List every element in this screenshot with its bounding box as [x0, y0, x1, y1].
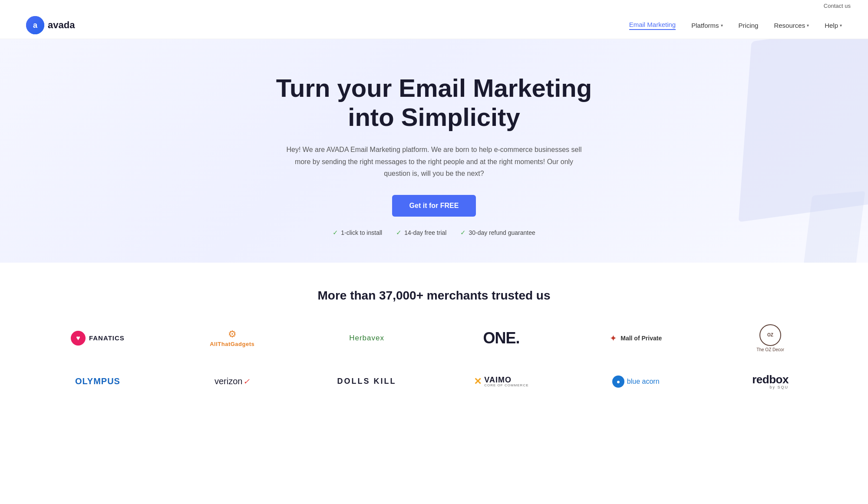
redbox-sub-label: by SQU: [752, 385, 789, 389]
brand-herbavex: Herbavex: [337, 334, 397, 343]
blueacorn-dot-icon: ●: [612, 376, 624, 388]
vaimo-sub-label: CORE OF COMMERCE: [484, 384, 528, 387]
atg-label: AllThatGadgets: [210, 341, 254, 347]
logo-text: avada: [48, 20, 75, 31]
merchants-section: More than 37,000+ merchants trusted us ♥…: [0, 263, 868, 428]
trust-badge-install: ✓ 1-click to install: [333, 229, 382, 237]
header: a avada Email Marketing Platforms ▾ Pric…: [0, 12, 868, 39]
check-icon-refund: ✓: [460, 229, 466, 237]
brand-allthatgadgets: ⚙ AllThatGadgets: [202, 329, 263, 347]
brand-one: ONE.: [471, 329, 531, 347]
merchants-title: More than 37,000+ merchants trusted us: [35, 289, 833, 303]
olympus-label: OLYMPUS: [75, 376, 120, 386]
verizon-label: verizon: [215, 376, 242, 386]
resources-chevron: ▾: [807, 23, 809, 28]
contact-us-link[interactable]: Contact us: [824, 3, 851, 9]
oz-label: The OZ Decor: [756, 347, 784, 352]
herbavex-label: Herbavex: [349, 334, 384, 343]
vaimo-x-icon: ✕: [474, 376, 482, 387]
verizon-check-icon: ✓: [243, 377, 250, 386]
blueacorn-label: blue acorn: [627, 378, 660, 385]
hero-subtitle: Hey! We are AVADA Email Marketing platfo…: [287, 144, 582, 179]
hero-title: Turn your Email Marketing into Simplicit…: [256, 74, 612, 132]
mop-label: Mall of Private: [620, 335, 662, 342]
nav-pricing[interactable]: Pricing: [739, 22, 759, 29]
nav-help[interactable]: Help ▾: [825, 22, 842, 29]
nav-platforms[interactable]: Platforms ▾: [691, 22, 723, 29]
trust-badges: ✓ 1-click to install ✓ 14-day free trial…: [17, 229, 851, 237]
mop-icon: ✦: [610, 333, 617, 343]
nav-email-marketing[interactable]: Email Marketing: [629, 21, 676, 30]
fanatics-label: FANATICS: [89, 334, 125, 342]
check-icon-install: ✓: [333, 229, 338, 237]
vaimo-label: VAIMO: [484, 376, 528, 384]
one-label: ONE.: [483, 329, 519, 347]
logo-icon: a: [26, 16, 44, 34]
brand-blueacorn: ● blue acorn: [605, 376, 666, 388]
trust-badge-refund: ✓ 30-day refund guarantee: [460, 229, 535, 237]
dolls-label: DOLLS KILL: [337, 377, 396, 386]
oz-circle-icon: OZ: [759, 324, 781, 346]
main-nav: Email Marketing Platforms ▾ Pricing Reso…: [629, 21, 842, 30]
brand-verizon: verizon ✓: [202, 376, 263, 386]
brand-logo-row-1: ♥ FANATICS ⚙ AllThatGadgets Herbavex ONE…: [35, 324, 833, 352]
top-bar: Contact us: [0, 0, 868, 12]
cta-button[interactable]: Get it for FREE: [392, 195, 476, 217]
brand-mall-of-private: ✦ Mall of Private: [605, 333, 666, 343]
help-chevron: ▾: [840, 23, 842, 28]
nav-resources[interactable]: Resources ▾: [774, 22, 809, 29]
platforms-chevron: ▾: [721, 23, 723, 28]
check-icon-trial: ✓: [396, 229, 402, 237]
redbox-label: redbox: [752, 374, 789, 385]
logo[interactable]: a avada: [26, 16, 75, 34]
fanatics-heart-icon: ♥: [71, 331, 86, 346]
brand-olympus: OLYMPUS: [67, 376, 128, 386]
brand-oz-decor: OZ The OZ Decor: [740, 324, 801, 352]
svg-text:a: a: [33, 21, 38, 30]
hero-section: Turn your Email Marketing into Simplicit…: [0, 39, 868, 263]
brand-redbox: redbox by SQU: [740, 374, 801, 389]
brand-logo-row-2: OLYMPUS verizon ✓ DOLLS KILL ✕ VAIMO COR…: [35, 374, 833, 389]
brand-fanatics: ♥ FANATICS: [67, 331, 128, 346]
trust-badge-trial: ✓ 14-day free trial: [396, 229, 446, 237]
brand-dolls-kill: DOLLS KILL: [337, 377, 397, 386]
brand-vaimo: ✕ VAIMO CORE OF COMMERCE: [471, 376, 531, 387]
atg-icon: ⚙: [228, 329, 237, 340]
